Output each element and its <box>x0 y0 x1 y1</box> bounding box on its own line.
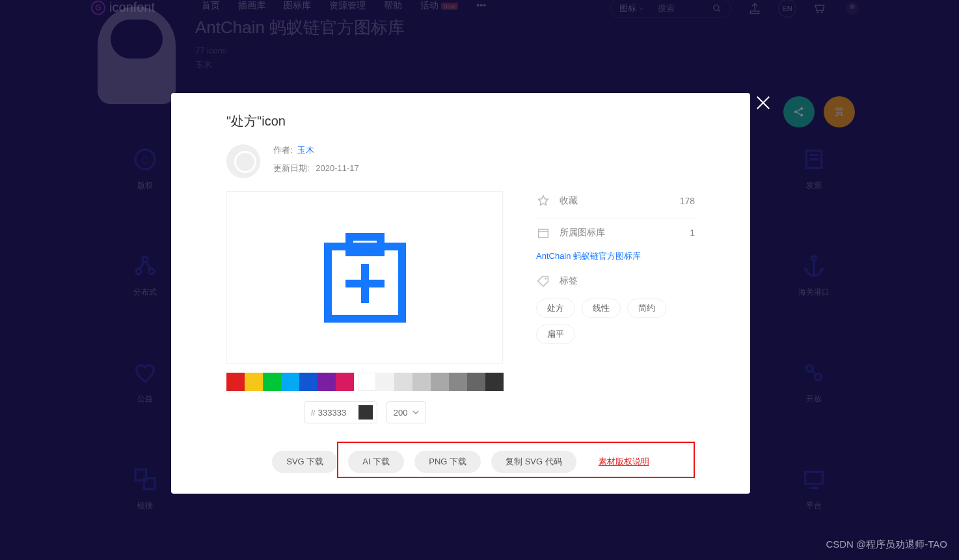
svg-rect-35 <box>539 230 548 238</box>
modal-title: "处方"icon <box>226 113 695 130</box>
color-swatch[interactable] <box>281 373 299 391</box>
watermark: CSDN @程序员劝退师-TAO <box>826 539 947 551</box>
star-icon <box>536 194 550 208</box>
tag-icon <box>536 274 550 288</box>
tag-list: 处方 线性 简约 扁平 <box>536 299 695 344</box>
author-avatar-icon[interactable] <box>226 144 260 178</box>
close-icon[interactable] <box>753 93 773 113</box>
color-swatch[interactable] <box>412 373 431 391</box>
author-label: 作者: <box>273 145 293 155</box>
hex-chip-icon <box>358 405 373 420</box>
icon-detail-modal: "处方"icon 作者: 玉木 更新日期: 2020-11-17 <box>171 93 750 494</box>
copyright-link[interactable]: 素材版权说明 <box>599 456 649 468</box>
hex-value[interactable]: 333333 <box>318 408 358 418</box>
author-link[interactable]: 玉木 <box>297 145 314 155</box>
size-select[interactable]: 200 <box>386 401 427 423</box>
hash-label: # <box>304 408 318 418</box>
library-link[interactable]: AntChain 蚂蚁链官方图标库 <box>536 250 695 262</box>
tag-item[interactable]: 简约 <box>627 299 666 318</box>
color-swatch[interactable] <box>358 373 376 391</box>
tag-item[interactable]: 线性 <box>582 299 621 318</box>
svg-download-button[interactable]: SVG 下载 <box>272 451 338 473</box>
chevron-down-icon <box>412 409 419 416</box>
tag-item[interactable]: 处方 <box>536 299 575 318</box>
ai-download-button[interactable]: AI 下载 <box>348 451 404 473</box>
color-swatch[interactable] <box>226 373 245 391</box>
size-value: 200 <box>394 408 408 418</box>
color-swatch[interactable] <box>245 373 263 391</box>
modal-sidebar: 收藏 178 所属图标库 1 AntChain 蚂蚁链官方图标库 标签 处方 线… <box>536 191 695 439</box>
update-label: 更新日期: <box>273 163 310 173</box>
tag-header: 标签 <box>536 274 695 288</box>
color-swatch[interactable] <box>263 373 281 391</box>
hex-input[interactable]: # 333333 <box>304 401 377 423</box>
svg-point-36 <box>545 278 547 280</box>
tag-item[interactable]: 扁平 <box>536 325 575 344</box>
lib-count: 1 <box>690 228 695 238</box>
fav-count: 178 <box>680 196 695 206</box>
update-date: 2020-11-17 <box>316 163 359 173</box>
color-swatch[interactable] <box>376 373 394 391</box>
library-row: 所属图标库 1 <box>536 219 695 243</box>
icon-preview <box>226 191 503 364</box>
prescription-icon <box>316 229 414 327</box>
color-swatch[interactable] <box>317 373 336 391</box>
color-swatch[interactable] <box>485 373 504 391</box>
copy-svg-button[interactable]: 复制 SVG 代码 <box>491 451 576 473</box>
library-icon <box>536 226 550 240</box>
png-download-button[interactable]: PNG 下载 <box>414 451 481 473</box>
color-swatch[interactable] <box>431 373 449 391</box>
favorite-row[interactable]: 收藏 178 <box>536 194 695 219</box>
color-swatch[interactable] <box>336 373 354 391</box>
color-palette <box>226 373 504 391</box>
color-swatch[interactable] <box>394 373 412 391</box>
color-swatch[interactable] <box>449 373 467 391</box>
color-swatch[interactable] <box>467 373 485 391</box>
download-row: SVG 下载 AI 下载 PNG 下载 复制 SVG 代码 素材版权说明 <box>226 439 695 481</box>
color-swatch[interactable] <box>299 373 317 391</box>
